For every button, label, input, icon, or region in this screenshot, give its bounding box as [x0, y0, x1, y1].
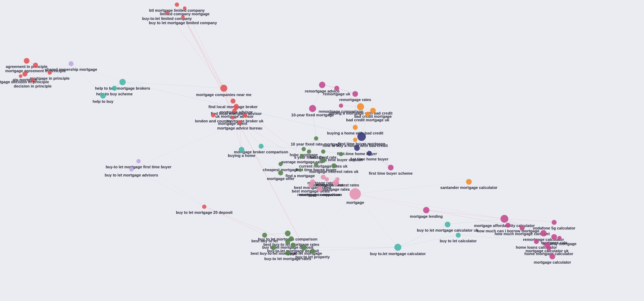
- keyword-node[interactable]: first time house buyer: [314, 160, 318, 167]
- node-dot[interactable]: [466, 179, 472, 185]
- keyword-node[interactable]: buy-to-let mortgage: [301, 244, 307, 250]
- node-dot[interactable]: [243, 113, 247, 117]
- keyword-node[interactable]: mortgage interest rates uk: [331, 162, 336, 169]
- node-dot[interactable]: [129, 167, 134, 171]
- node-dot[interactable]: [557, 236, 562, 240]
- node-dot[interactable]: [175, 2, 179, 7]
- node-dot[interactable]: [239, 147, 244, 153]
- node-dot[interactable]: [278, 170, 283, 175]
- node-dot[interactable]: [22, 72, 27, 76]
- node-dot[interactable]: [314, 136, 318, 141]
- node-dot[interactable]: [310, 249, 315, 254]
- node-dot[interactable]: [314, 162, 318, 166]
- keyword-node[interactable]: cheapest mortgage: [278, 160, 283, 167]
- keyword-node[interactable]: remortgage rates: [352, 90, 358, 97]
- keyword-node[interactable]: mortgage decision in principle: [19, 73, 22, 79]
- keyword-node[interactable]: help to buy scheme: [112, 85, 117, 91]
- node-dot[interactable]: [325, 177, 329, 181]
- node-dot[interactable]: [100, 93, 106, 99]
- keyword-node[interactable]: first time buyer mortgage: [357, 132, 366, 141]
- keyword-node[interactable]: 10-year fixed mortgage: [309, 105, 316, 112]
- keyword-node[interactable]: buy-to-let limited company: [165, 9, 169, 16]
- keyword-node[interactable]: mortgage advice bureau: [238, 119, 242, 125]
- keyword-node[interactable]: how much mortgage can i get: [520, 225, 525, 231]
- keyword-node[interactable]: buy to.let mortgage calculator: [394, 244, 401, 251]
- node-dot[interactable]: [48, 70, 52, 75]
- keyword-node[interactable]: buying a home with bad credit: [353, 124, 358, 130]
- keyword-node[interactable]: 1st time home buyer: [367, 150, 372, 156]
- node-dot[interactable]: [388, 165, 394, 170]
- keyword-node[interactable]: remortgage uk: [334, 85, 339, 91]
- node-dot[interactable]: [332, 180, 339, 186]
- node-dot[interactable]: [24, 58, 29, 64]
- keyword-node[interactable]: mortgage calc: [551, 233, 557, 240]
- node-dot[interactable]: [319, 81, 325, 88]
- keyword-node[interactable]: mortgage broker comparison: [259, 143, 264, 149]
- node-dot[interactable]: [350, 188, 361, 200]
- keyword-node[interactable]: buy to let mortgage calculator uk: [445, 221, 450, 227]
- node-dot[interactable]: [505, 223, 510, 228]
- keyword-node[interactable]: mortgage lending: [423, 207, 429, 213]
- keyword-node[interactable]: find a mortgage: [298, 167, 302, 173]
- node-dot[interactable]: [354, 145, 360, 151]
- node-dot[interactable]: [119, 79, 126, 85]
- node-dot[interactable]: [357, 132, 366, 141]
- node-dot[interactable]: [370, 108, 376, 113]
- node-dot[interactable]: [238, 120, 242, 125]
- node-dot[interactable]: [262, 233, 267, 238]
- keyword-node[interactable]: decision in principle: [31, 77, 35, 83]
- node-dot[interactable]: [19, 74, 22, 78]
- node-dot[interactable]: [33, 63, 38, 68]
- keyword-node[interactable]: btl mortgage limited company: [175, 1, 179, 7]
- node-dot[interactable]: [220, 85, 227, 92]
- keyword-node[interactable]: help to buy mortgage brokers: [119, 79, 126, 85]
- keyword-node[interactable]: best mortgage deals: [308, 182, 313, 188]
- keyword-node[interactable]: remortgage advice: [319, 81, 325, 88]
- keyword-node[interactable]: vodafone 5g calculator: [552, 219, 557, 225]
- node-dot[interactable]: [318, 187, 321, 191]
- node-dot[interactable]: [31, 78, 35, 83]
- node-dot[interactable]: [165, 11, 169, 15]
- node-dot[interactable]: [357, 103, 364, 110]
- keyword-node[interactable]: limited company mortgage: [183, 5, 186, 11]
- keyword-node[interactable]: mortgage rates: [332, 180, 339, 186]
- node-dot[interactable]: [259, 144, 264, 149]
- node-dot[interactable]: [534, 239, 539, 244]
- node-dot[interactable]: [456, 233, 461, 238]
- node-dot[interactable]: [309, 105, 316, 112]
- node-dot[interactable]: [202, 205, 206, 209]
- keyword-node[interactable]: best fixed rate: [321, 148, 325, 154]
- keyword-node[interactable]: current mortgage rates uk: [321, 157, 326, 163]
- keyword-node[interactable]: first time buyer scheme: [388, 164, 394, 170]
- keyword-node[interactable]: best buy-to-let mortgage: [271, 244, 276, 250]
- node-dot[interactable]: [367, 151, 372, 156]
- node-dot[interactable]: [300, 154, 304, 158]
- keyword-node[interactable]: best buy to let: [262, 232, 267, 238]
- node-dot[interactable]: [183, 6, 186, 10]
- node-dot[interactable]: [353, 125, 358, 130]
- keyword-node[interactable]: average mortgage rate: [300, 153, 304, 159]
- node-dot[interactable]: [308, 183, 313, 188]
- node-dot[interactable]: [285, 250, 290, 255]
- node-dot[interactable]: [394, 244, 401, 251]
- node-dot[interactable]: [552, 220, 557, 225]
- keyword-node[interactable]: buy-to let mortgage first time buyer: [136, 158, 141, 164]
- node-dot[interactable]: [307, 149, 311, 154]
- keyword-node[interactable]: london and country: [211, 112, 215, 118]
- node-dot[interactable]: [298, 168, 302, 172]
- node-dot[interactable]: [211, 113, 215, 117]
- node-dot[interactable]: [540, 230, 547, 236]
- keyword-node[interactable]: buy to let mortgage advisors: [129, 166, 134, 172]
- node-dot[interactable]: [232, 109, 237, 113]
- keyword-node[interactable]: mortgage in principle: [48, 69, 52, 75]
- keyword-node[interactable]: santander mortgage calculator: [466, 178, 472, 185]
- keyword-node[interactable]: mortgage agent: [231, 114, 234, 121]
- keyword-node[interactable]: agreement in principle: [24, 57, 29, 64]
- node-dot[interactable]: [291, 243, 296, 248]
- node-dot[interactable]: [321, 149, 325, 154]
- node-dot[interactable]: [301, 245, 307, 250]
- keyword-node[interactable]: buy to let mortgage deposit: [285, 238, 290, 244]
- node-dot[interactable]: [302, 147, 306, 151]
- keyword-node[interactable]: how much can i borrow mortgage: [505, 222, 510, 228]
- node-dot[interactable]: [181, 15, 185, 19]
